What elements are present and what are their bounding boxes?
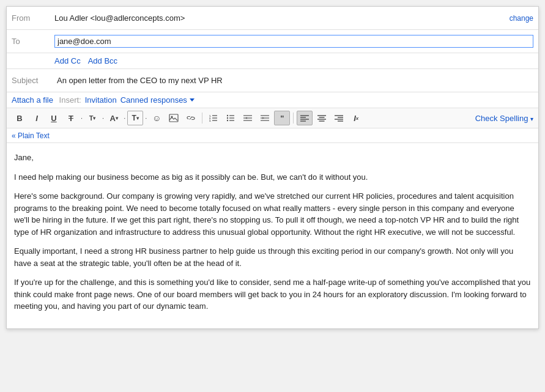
align-center-button[interactable] <box>314 111 330 125</box>
italic-button[interactable]: I <box>29 111 45 125</box>
canned-responses-button[interactable]: Canned responses <box>120 95 195 105</box>
toolbar-divider2 <box>293 113 294 124</box>
compose-window: From Lou Adler <lou@adlerconcepts.com> c… <box>6 6 539 329</box>
ordered-list-button[interactable]: 1. 2. 3. <box>206 111 221 125</box>
check-spelling-button[interactable]: Check Spelling ▾ <box>475 114 533 123</box>
image-button[interactable] <box>166 111 182 125</box>
svg-rect-0 <box>169 114 178 122</box>
canned-responses-arrow-icon <box>190 98 195 102</box>
check-spelling-arrow-icon: ▾ <box>530 116 533 122</box>
paragraph4: If you're up for the challenge, and this… <box>14 276 531 312</box>
from-value: Lou Adler <lou@adlerconcepts.com> <box>54 13 506 23</box>
font-size-button[interactable]: T▾ <box>84 111 100 125</box>
paragraph2: Here's some background. Our company is g… <box>14 190 531 238</box>
emoji-button[interactable]: ☺ <box>149 111 165 125</box>
subject-row: Subject <box>7 69 538 92</box>
bold-button[interactable]: B <box>12 111 28 125</box>
insert-separator: Insert: <box>57 95 81 105</box>
plain-text-link[interactable]: « Plain Text <box>12 131 50 140</box>
change-link[interactable]: change <box>510 14 533 23</box>
attach-file-link[interactable]: Attach a file <box>12 95 53 105</box>
strikethrough-button[interactable]: T <box>63 111 79 125</box>
subject-label: Subject <box>12 76 54 85</box>
cc-bcc-row: Add Cc Add Bcc <box>7 53 538 69</box>
clear-format-button[interactable]: Ix <box>348 111 364 125</box>
from-row: From Lou Adler <lou@adlerconcepts.com> c… <box>7 7 538 30</box>
unordered-list-button[interactable] <box>223 111 239 125</box>
invitation-link[interactable]: Invitation <box>85 95 117 105</box>
svg-point-8 <box>227 115 228 116</box>
align-left-button[interactable] <box>297 111 313 125</box>
add-bcc-link[interactable]: Add Bcc <box>88 56 117 65</box>
indent-more-button[interactable] <box>257 111 273 125</box>
to-row: To <box>7 30 538 53</box>
svg-point-10 <box>227 120 228 121</box>
paragraph1: I need help making our business become a… <box>14 171 531 183</box>
subject-input[interactable] <box>54 75 533 86</box>
from-label: From <box>12 13 54 23</box>
format-toolbar: B I U T · T▾ · A▾ · T▾ · ☺ <box>7 108 538 128</box>
blockquote-button[interactable]: " <box>274 111 290 125</box>
greeting: Jane, <box>14 152 531 164</box>
plain-text-row: « Plain Text <box>7 128 538 143</box>
link-button[interactable] <box>183 111 199 125</box>
underline-button[interactable]: U <box>46 111 62 125</box>
to-input[interactable] <box>54 35 533 48</box>
svg-text:3.: 3. <box>209 119 211 122</box>
to-label: To <box>12 37 54 46</box>
insert-toolbar-row: Attach a file Insert: Invitation Canned … <box>7 92 538 108</box>
paragraph3: Equally important, I need a strong HR bu… <box>14 245 531 269</box>
text-format-button[interactable]: T▾ <box>127 111 143 125</box>
font-color-button[interactable]: A▾ <box>106 111 122 125</box>
email-body[interactable]: Jane, I need help making our business be… <box>7 143 538 328</box>
indent-less-button[interactable] <box>240 111 256 125</box>
align-right-button[interactable] <box>331 111 347 125</box>
add-cc-link[interactable]: Add Cc <box>54 56 81 65</box>
svg-point-9 <box>227 117 228 119</box>
toolbar-divider1 <box>202 113 202 124</box>
